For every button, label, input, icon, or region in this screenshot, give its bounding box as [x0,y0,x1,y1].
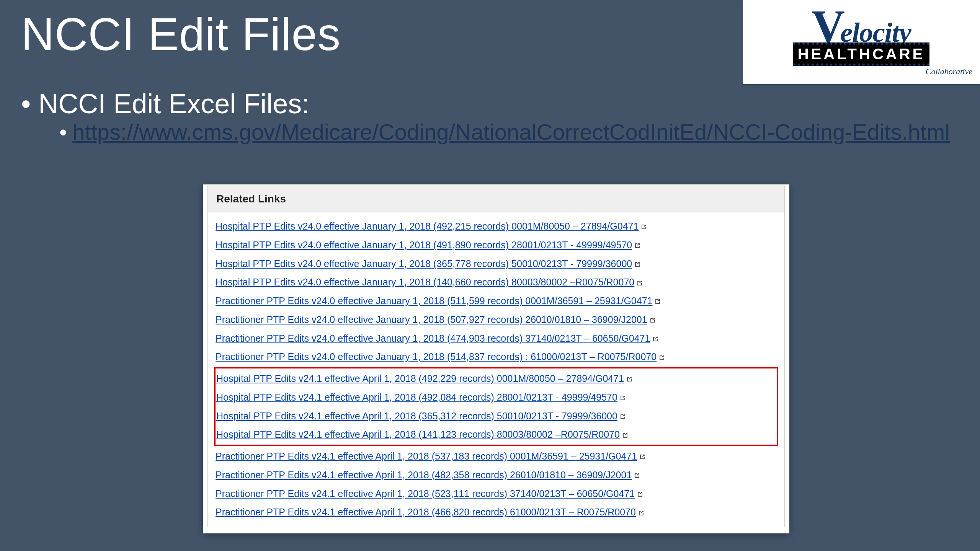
external-link-icon [652,336,658,342]
file-link[interactable]: Practitioner PTP Edits v24.1 effective A… [216,469,632,480]
link-row: Practitioner PTP Edits v24.1 effective A… [216,503,777,522]
bullet-level2: •https://www.cms.gov/Medicare/Coding/Nat… [59,119,957,145]
links-list: Hospital PTP Edits v24.0 effective Janua… [208,212,784,527]
external-link-icon [634,473,640,479]
slide-title: NCCI Edit Files [21,8,341,60]
link-row: Hospital PTP Edits v24.1 effective April… [216,407,776,425]
bullet-icon: • [59,119,67,145]
file-link[interactable]: Practitioner PTP Edits v24.1 effective A… [216,507,636,517]
file-link[interactable]: Practitioner PTP Edits v24.0 effective J… [216,351,657,362]
bullet-level1: NCCI Edit Excel Files: [21,88,309,119]
file-link[interactable]: Hospital PTP Edits v24.0 effective Janua… [216,277,634,287]
link-row: Hospital PTP Edits v24.0 effective Janua… [216,236,777,254]
external-link-icon [637,491,643,497]
file-link[interactable]: Practitioner PTP Edits v24.0 effective J… [216,314,647,325]
external-link-icon [620,395,626,401]
file-link[interactable]: Hospital PTP Edits v24.0 effective Janua… [216,221,639,231]
link-row: Practitioner PTP Edits v24.1 effective A… [216,447,777,466]
link-row: Practitioner PTP Edits v24.0 effective J… [216,329,777,348]
external-link-icon [639,454,645,460]
panel-header: Related Links [208,186,784,212]
file-link[interactable]: Hospital PTP Edits v24.0 effective Janua… [216,258,632,269]
ncci-url-link[interactable]: https://www.cms.gov/Medicare/Coding/Nati… [72,119,950,144]
link-row: Practitioner PTP Edits v24.0 effective J… [216,310,777,329]
external-link-icon [622,432,628,439]
logo-line2: HEALTHCARE [793,42,930,66]
external-link-icon [626,376,632,382]
external-link-icon [634,243,640,249]
slide: NCCI Edit Files V elocity HEALTHCARE Col… [0,0,980,551]
logo-sub: Collaborative [926,67,972,77]
file-link[interactable]: Practitioner PTP Edits v24.0 effective J… [216,295,652,306]
link-row: Hospital PTP Edits v24.1 effective April… [216,388,776,407]
link-row: Practitioner PTP Edits v24.0 effective J… [216,292,777,310]
file-link[interactable]: Hospital PTP Edits v24.1 effective April… [216,373,624,384]
related-links-panel: Related Links Hospital PTP Edits v24.0 e… [203,184,789,533]
link-row: Practitioner PTP Edits v24.1 effective A… [216,484,777,503]
file-link[interactable]: Hospital PTP Edits v24.1 effective April… [216,429,620,440]
link-row: Hospital PTP Edits v24.1 effective April… [216,425,776,444]
file-link[interactable]: Practitioner PTP Edits v24.1 effective A… [216,488,635,499]
logo: V elocity HEALTHCARE Collaborative [743,0,980,84]
link-row: Hospital PTP Edits v24.0 effective Janua… [216,254,777,273]
highlight-box: Hospital PTP Edits v24.1 effective April… [214,367,778,446]
file-link[interactable]: Practitioner PTP Edits v24.1 effective A… [216,451,637,461]
external-link-icon [641,224,647,230]
file-link[interactable]: Practitioner PTP Edits v24.0 effective J… [216,333,650,344]
external-link-icon [620,414,626,420]
external-link-icon [650,317,656,323]
file-link[interactable]: Hospital PTP Edits v24.1 effective April… [216,411,617,421]
external-link-icon [659,355,665,361]
file-link[interactable]: Hospital PTP Edits v24.1 effective April… [216,392,617,403]
panel-inner: Related Links Hospital PTP Edits v24.0 e… [207,186,785,527]
external-link-icon [637,280,643,286]
link-row: Hospital PTP Edits v24.0 effective Janua… [216,273,777,292]
link-row: Hospital PTP Edits v24.0 effective Janua… [216,217,777,236]
logo-v: V [812,8,845,45]
external-link-icon [655,298,661,305]
link-row: Practitioner PTP Edits v24.0 effective J… [216,347,777,366]
file-link[interactable]: Hospital PTP Edits v24.0 effective Janua… [216,240,632,250]
external-link-icon [638,510,644,516]
external-link-icon [634,261,640,267]
link-row: Practitioner PTP Edits v24.1 effective A… [216,466,777,484]
link-row: Hospital PTP Edits v24.1 effective April… [216,369,776,388]
